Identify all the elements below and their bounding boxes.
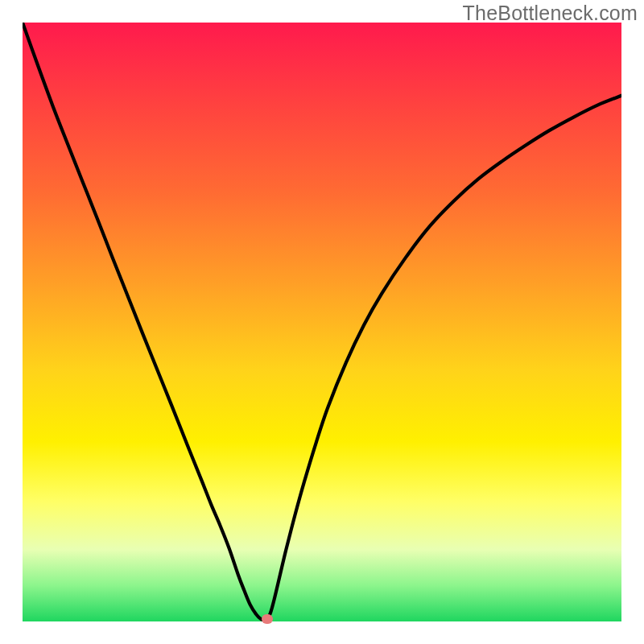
watermark-text: TheBottleneck.com — [463, 2, 638, 25]
minimum-marker — [262, 614, 273, 624]
chart-frame: TheBottleneck.com — [0, 0, 644, 644]
plot-area — [23, 23, 621, 621]
bottleneck-curve — [23, 23, 621, 621]
